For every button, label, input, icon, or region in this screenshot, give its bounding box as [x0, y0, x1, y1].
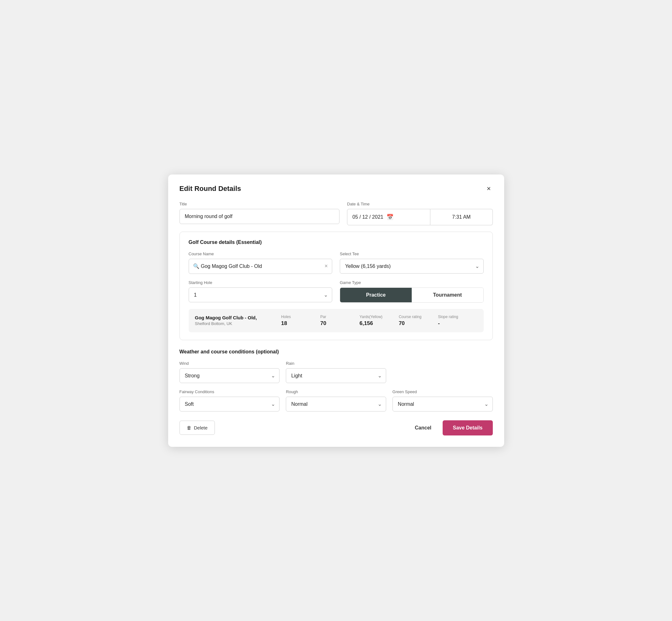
par-label: Par [320, 315, 359, 319]
rough-dropdown[interactable]: Normal [286, 397, 386, 411]
course-name-tee-row: Course Name 🔍 × Select Tee Yellow (6,156… [189, 251, 484, 274]
time-box[interactable]: 7:31 AM [430, 209, 493, 225]
slope-rating-label: Slope rating [438, 315, 477, 319]
modal-header: Edit Round Details × [179, 184, 493, 193]
select-tee-group: Select Tee Yellow (6,156 yards) ⌄ [340, 251, 484, 274]
course-info-name-block: Gog Magog Golf Club - Old, Shelford Bott… [195, 315, 281, 326]
title-group: Title [179, 202, 340, 225]
starting-hole-wrapper: 1 ⌄ [189, 287, 333, 302]
fairway-dropdown[interactable]: Soft [179, 397, 280, 411]
course-name-group: Course Name 🔍 × [189, 251, 333, 274]
golf-course-section: Golf Course details (Essential) Course N… [179, 232, 493, 340]
modal-title: Edit Round Details [179, 184, 241, 193]
game-type-label: Game Type [340, 280, 484, 285]
cancel-button[interactable]: Cancel [410, 421, 436, 435]
course-info-location: Shelford Bottom, UK [195, 321, 281, 326]
fairway-label: Fairway Conditions [179, 389, 280, 394]
fairway-group: Fairway Conditions Soft ⌄ [179, 389, 280, 411]
edit-round-modal: Edit Round Details × Title Date & Time 0… [168, 174, 504, 447]
yards-label: Yards(Yellow) [360, 315, 399, 319]
rain-group: Rain Light ⌄ [286, 361, 386, 383]
date-time-inputs: 05 / 12 / 2021 📅 7:31 AM [347, 209, 493, 225]
course-rating-value: 70 [399, 320, 438, 327]
course-stat-course-rating: Course rating 70 [399, 315, 438, 327]
wind-dropdown[interactable]: Strong [179, 368, 280, 383]
date-box[interactable]: 05 / 12 / 2021 📅 [347, 209, 430, 225]
fairway-rough-green-row: Fairway Conditions Soft ⌄ Rough Normal ⌄ [179, 389, 493, 411]
green-speed-wrapper: Normal ⌄ [392, 397, 493, 411]
select-tee-wrapper: Yellow (6,156 yards) ⌄ [340, 259, 484, 274]
close-button[interactable]: × [485, 184, 493, 193]
wind-label: Wind [179, 361, 280, 366]
starting-hole-dropdown[interactable]: 1 [189, 287, 333, 302]
calendar-icon: 📅 [386, 214, 393, 220]
starting-hole-group: Starting Hole 1 ⌄ [189, 280, 333, 303]
game-type-toggle: Practice Tournament [340, 287, 484, 303]
title-input[interactable] [179, 209, 340, 224]
footer-right: Cancel Save Details [410, 420, 493, 436]
clear-icon[interactable]: × [324, 263, 328, 270]
course-stat-par: Par 70 [320, 315, 359, 327]
rough-label: Rough [286, 389, 386, 394]
course-stat-yards: Yards(Yellow) 6,156 [360, 315, 399, 327]
delete-label: Delete [194, 425, 208, 430]
tournament-button[interactable]: Tournament [412, 288, 483, 302]
starting-hole-label: Starting Hole [189, 280, 333, 285]
delete-button[interactable]: 🗑 Delete [179, 421, 215, 435]
course-name-input[interactable] [189, 259, 333, 274]
par-value: 70 [320, 320, 359, 327]
rough-wrapper: Normal ⌄ [286, 397, 386, 411]
course-info-name: Gog Magog Golf Club - Old, [195, 315, 281, 320]
title-label: Title [179, 202, 340, 206]
rain-dropdown[interactable]: Light [286, 368, 386, 383]
course-name-input-wrapper: 🔍 × [189, 259, 333, 274]
date-value: 05 / 12 / 2021 [352, 214, 383, 220]
slope-rating-value: - [438, 320, 477, 327]
wind-wrapper: Strong ⌄ [179, 368, 280, 383]
search-icon: 🔍 [193, 263, 199, 269]
course-stat-holes: Holes 18 [281, 315, 320, 327]
green-speed-label: Green Speed [392, 389, 493, 394]
green-speed-group: Green Speed Normal ⌄ [392, 389, 493, 411]
green-speed-dropdown[interactable]: Normal [392, 397, 493, 411]
rain-label: Rain [286, 361, 386, 366]
weather-section: Weather and course conditions (optional)… [179, 349, 493, 411]
datetime-label: Date & Time [347, 202, 493, 206]
wind-rain-row: Wind Strong ⌄ Rain Light ⌄ [179, 361, 493, 383]
rough-group: Rough Normal ⌄ [286, 389, 386, 411]
time-value: 7:31 AM [452, 214, 471, 220]
save-button[interactable]: Save Details [443, 420, 493, 436]
practice-button[interactable]: Practice [340, 288, 412, 302]
course-info-row: Gog Magog Golf Club - Old, Shelford Bott… [189, 309, 484, 332]
game-type-group: Game Type Practice Tournament [340, 280, 484, 303]
fairway-wrapper: Soft ⌄ [179, 397, 280, 411]
starting-hole-game-type-row: Starting Hole 1 ⌄ Game Type Practice Tou… [189, 280, 484, 303]
holes-label: Holes [281, 315, 320, 319]
course-rating-label: Course rating [399, 315, 438, 319]
weather-section-title: Weather and course conditions (optional) [179, 349, 493, 355]
select-tee-label: Select Tee [340, 251, 484, 256]
wind-group: Wind Strong ⌄ [179, 361, 280, 383]
rain-wrapper: Light ⌄ [286, 368, 386, 383]
trash-icon: 🗑 [187, 425, 192, 430]
course-name-label: Course Name [189, 251, 333, 256]
course-stat-slope-rating: Slope rating - [438, 315, 477, 327]
holes-value: 18 [281, 320, 320, 327]
title-datetime-row: Title Date & Time 05 / 12 / 2021 📅 7:31 … [179, 202, 493, 225]
yards-value: 6,156 [360, 320, 399, 327]
footer-row: 🗑 Delete Cancel Save Details [179, 420, 493, 436]
datetime-group: Date & Time 05 / 12 / 2021 📅 7:31 AM [347, 202, 493, 225]
select-tee-dropdown[interactable]: Yellow (6,156 yards) [340, 259, 484, 274]
golf-course-title: Golf Course details (Essential) [189, 240, 484, 245]
